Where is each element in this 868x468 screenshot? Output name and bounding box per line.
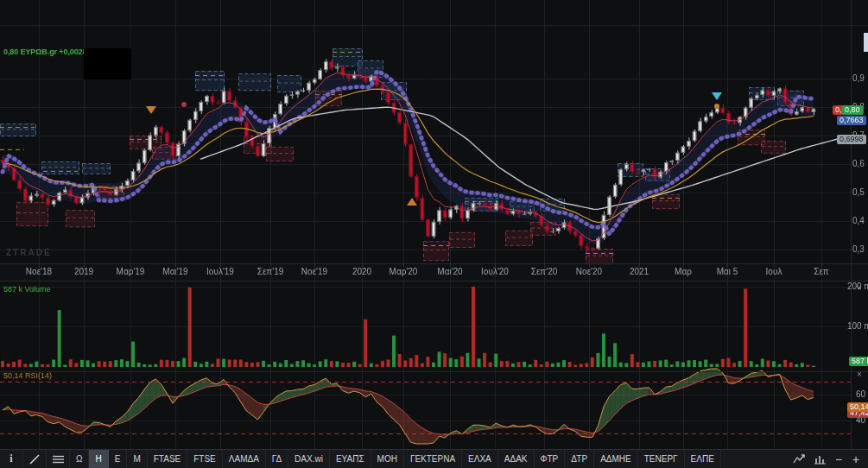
trendline-tool-icon[interactable]	[23, 450, 47, 468]
toolbar-button-ω[interactable]: Ω	[70, 450, 89, 468]
time-axis-label: Νοε'19	[301, 267, 327, 276]
bar-chart-icon[interactable]	[809, 450, 830, 468]
price-axis-label: 0,5	[852, 187, 865, 197]
signal-dot-marker	[181, 102, 187, 107]
buy-signal-marker	[407, 198, 417, 206]
scrollbar-thumb[interactable]	[864, 33, 868, 52]
toolbar-button-ευαπς[interactable]: ΕΥΑΠΣ	[330, 450, 371, 468]
toolbar-button-γδ[interactable]: ΓΔ	[266, 450, 288, 468]
rsi-value-badge: 50,14	[847, 402, 868, 412]
toolbar-right-group: − +	[789, 450, 868, 468]
volume-pane-label: 587 k Volume	[3, 285, 51, 294]
time-axis-label: Σεπ	[814, 267, 829, 276]
platform-watermark: ZTRADE	[6, 248, 52, 257]
toolbar-button-λαμδα[interactable]: ΛΑΜΔΑ	[223, 450, 266, 468]
trading-chart-app: 0,80 ΕΥΡΩΒ.gr +0,0028 0,35% ZTRADE 587 k…	[0, 0, 868, 468]
price-badge-last: 0,80	[842, 105, 863, 115]
toolbar-button-m[interactable]: M	[127, 450, 147, 468]
toolbar-button-φτρ[interactable]: ΦΤΡ	[535, 450, 566, 468]
toolbar-button-δτρ[interactable]: ΔΤΡ	[565, 450, 594, 468]
symbol-button-group: ΩHEMFTASEFTSEΛΑΜΔΑΓΔDAX.wiΕΥΑΠΣΜΟΗΓΕΚΤΕΡ…	[70, 450, 721, 468]
time-axis-label: Μαι 5	[717, 267, 738, 276]
zoom-in-button[interactable]: +	[847, 450, 865, 468]
time-axis-label: Ιουλ	[766, 267, 782, 276]
time-axis-label: Μαι'20	[437, 267, 462, 276]
area-chart-icon[interactable]	[789, 450, 809, 468]
toolbar-button-αδακ[interactable]: ΑΔΑΚ	[498, 450, 535, 468]
time-axis-label: Ιουλ'19	[206, 267, 234, 276]
toolbar-button-ελπε[interactable]: ΕΛΠΕ	[685, 450, 721, 468]
time-axis-label: Σεπ'19	[257, 267, 284, 276]
time-axis-label: Μαρ'19	[117, 267, 145, 276]
rsi-axis-label: 60	[856, 389, 865, 399]
price-badge-stop: 0,7663	[837, 116, 866, 125]
time-axis-label: Νοε'20	[576, 267, 602, 276]
time-axis-label: Μαρ	[675, 267, 692, 276]
time-axis-label: 2021	[630, 267, 649, 276]
price-axis-label: 0,3	[852, 244, 865, 254]
price-badge-ma: 0,6998	[837, 135, 866, 144]
alert-triangle-marker	[712, 92, 722, 100]
rsi-pane-close-icon[interactable]: ×	[857, 370, 862, 379]
time-axis-label: Ιουλ'20	[481, 267, 509, 276]
watchlist-icon[interactable]	[47, 450, 70, 468]
time-axis-label: Μαι'19	[162, 267, 187, 276]
toolbar-button-τενεργ[interactable]: ΤΕΝΕΡΓ	[638, 450, 685, 468]
redacted-legend-box	[84, 48, 131, 79]
toolbar-button-ελχα[interactable]: ΕΛΧΑ	[462, 450, 498, 468]
toolbar-button-dax.wi[interactable]: DAX.wi	[288, 450, 330, 468]
toolbar-button-μοη[interactable]: ΜΟΗ	[371, 450, 404, 468]
toolbar-button-ftase[interactable]: FTASE	[148, 450, 187, 468]
rsi-pane-label: 50,14 RSI(14)	[3, 371, 52, 380]
price-axis-label: 0,6	[852, 159, 865, 168]
time-axis-label: Σεπ'20	[531, 267, 558, 276]
zoom-out-button[interactable]: −	[830, 450, 847, 468]
time-axis-label: Νοε'18	[26, 267, 52, 276]
toolbar-button-ftse[interactable]: FTSE	[187, 450, 223, 468]
volume-badge: 587 k	[849, 357, 868, 366]
volume-axis-label: 100 m	[847, 321, 868, 331]
bottom-toolbar: i ΩHEMFTASEFTSEΛΑΜΔΑΓΔDAX.wiΕΥΑΠΣΜΟΗΓΕΚΤ…	[0, 449, 868, 468]
toolbar-button-αδμηε[interactable]: ΑΔΜΗΕ	[594, 450, 638, 468]
info-icon[interactable]: i	[0, 450, 23, 468]
price-axis-label: 0,9	[852, 73, 865, 83]
sell-signal-marker	[146, 106, 156, 114]
time-axis-label: Μαρ'20	[390, 267, 418, 276]
toolbar-button-γεκτερνα[interactable]: ΓΕΚΤΕΡΝΑ	[404, 450, 462, 468]
signal-dot-marker	[714, 104, 719, 109]
price-axis-label: 0,4	[852, 216, 865, 225]
toolbar-button-h[interactable]: H	[89, 450, 108, 468]
time-axis-label: 2019	[74, 267, 93, 276]
time-axis-label: 2020	[352, 267, 371, 276]
toolbar-button-e[interactable]: E	[109, 450, 128, 468]
volume-pane-close-icon[interactable]: ×	[857, 284, 862, 293]
